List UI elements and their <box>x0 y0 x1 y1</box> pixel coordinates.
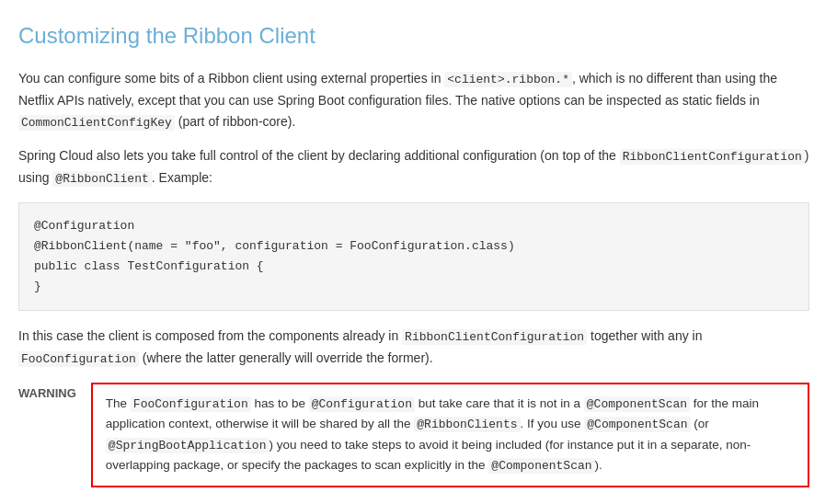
warn-code6: @SpringBootApplication <box>106 438 269 453</box>
code-line-3: public class TestConfiguration { <box>34 257 794 277</box>
para1-code1: <client>.ribbon.* <box>444 72 572 87</box>
para3-code2: FooConfiguration <box>18 351 139 367</box>
para1-text: You can configure some bits of a Ribbon … <box>18 71 444 86</box>
code-line-2: @RibbonClient(name = "foo", configuratio… <box>34 236 794 257</box>
warning-content: The FooConfiguration has to be @Configur… <box>91 383 809 487</box>
para3-code1: RibbonClientConfiguration <box>402 329 587 345</box>
paragraph-3: In this case the client is composed from… <box>18 326 809 370</box>
para3-text: In this case the client is composed from… <box>18 328 402 343</box>
warn-text2: has to be <box>251 396 309 410</box>
warn-code5: @ComponentScan <box>584 417 690 432</box>
para2-code1: RibbonClientConfiguration <box>620 149 805 165</box>
code-block: @Configuration @RibbonClient(name = "foo… <box>18 202 809 311</box>
warn-code3: @ComponentScan <box>584 396 690 412</box>
code-line-4: } <box>34 277 794 297</box>
para1-code2: CommonClientConfigKey <box>18 115 175 131</box>
warning-box: WARNING The FooConfiguration has to be @… <box>18 383 809 487</box>
warn-code7: @ComponentScan <box>488 458 594 474</box>
warn-text5: . If you use <box>521 417 585 430</box>
para2-text: Spring Cloud also lets you take full con… <box>18 148 620 163</box>
para2-code2: @RibbonClient <box>52 171 151 187</box>
para3-rest: (where the latter generally will overrid… <box>139 350 433 365</box>
warn-text1: The <box>106 396 131 410</box>
warn-code2: @Configuration <box>309 396 415 412</box>
para1-rest2: (part of ribbon-core). <box>175 114 296 129</box>
warn-text3: but take care that it is not in a <box>415 396 584 410</box>
warn-code1: FooConfiguration <box>131 396 251 412</box>
paragraph-1: You can configure some bits of a Ribbon … <box>18 68 809 132</box>
page-title: Customizing the Ribbon Client <box>18 18 809 53</box>
paragraph-2: Spring Cloud also lets you take full con… <box>18 145 809 189</box>
warning-label: WARNING <box>18 384 76 404</box>
para3-mid: together with any in <box>587 328 702 343</box>
code-line-1: @Configuration <box>34 216 794 236</box>
para2-rest: . Example: <box>152 170 212 185</box>
warn-code4: @RibbonClients <box>414 417 520 432</box>
warn-text8: ). <box>595 458 602 472</box>
warn-text6: (or <box>691 417 709 430</box>
